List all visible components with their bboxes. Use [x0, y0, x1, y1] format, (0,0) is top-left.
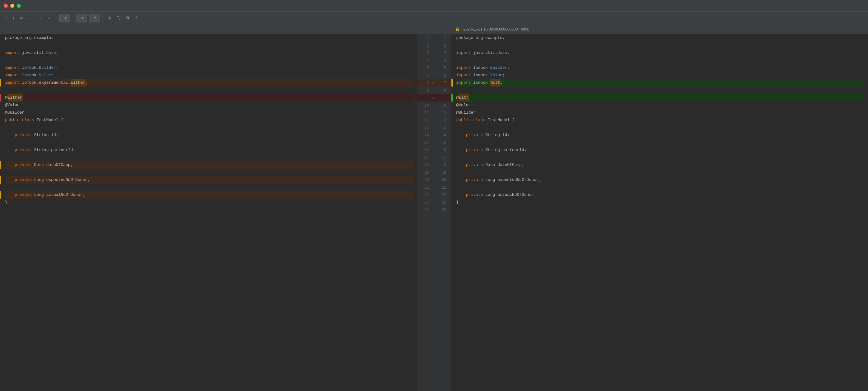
highlight-dropdown[interactable]: ▼: [89, 14, 99, 22]
toolbar: ↑ ↓ ⌀ ← → ⤶ ▼ ▼ ▼ ✕ ⇅ ⚙ ?: [0, 12, 868, 24]
middle-gutter-line: 55: [417, 64, 452, 72]
left-line: private String id;: [5, 131, 413, 139]
right-panel-timestamp: 2023-11-21 16:09:00.000000000 +0000: [464, 27, 529, 31]
middle-gutter-line: 2424: [417, 206, 452, 214]
right-line: public class TestModel {: [456, 116, 865, 124]
left-line: private Long actualNoOfDonor;: [5, 191, 413, 199]
left-line: [5, 184, 413, 191]
middle-gutter-line: 1616: [417, 146, 452, 154]
sync-button[interactable]: ⇅: [115, 15, 122, 21]
next-diff-button[interactable]: ↓: [11, 15, 17, 21]
left-line: [5, 139, 413, 146]
left-line: private Date dateOfCamp;: [5, 161, 413, 169]
left-line: [5, 124, 413, 131]
right-line: private Date dateOfCamp;: [456, 161, 865, 169]
middle-gutter-line: 2020: [417, 176, 452, 184]
viewer-dropdown[interactable]: ▼: [59, 14, 70, 22]
right-line: @With: [456, 94, 865, 102]
right-panel-header: 🔒 2023-11-21 16:09:00.000000000 +0000: [452, 24, 868, 34]
left-line: import lombok.experimental.Wither;: [5, 79, 413, 87]
middle-gutter: 1122334455667«788«1010111112121313141415…: [417, 24, 452, 391]
right-line: [456, 169, 865, 176]
right-line: [456, 87, 865, 94]
middle-gutter-line: 22: [417, 42, 452, 49]
middle-gutter-line: 7«7: [417, 79, 452, 87]
right-line: @Value: [456, 102, 865, 109]
right-line: private Long expectedNoOfDonor;: [456, 176, 865, 184]
left-panel: package org.example; import java.util.Da…: [0, 24, 417, 391]
viewer-arrow: ▼: [64, 16, 67, 20]
right-line: private Long actualNoOfDonor;: [456, 191, 865, 199]
left-line: import lombok.Builder;: [5, 64, 413, 72]
middle-gutter-line: 1313: [417, 124, 452, 131]
separator-1: [56, 14, 56, 22]
right-line: import lombok.Value;: [456, 72, 865, 79]
forward-button[interactable]: →: [36, 15, 44, 21]
left-line: import java.util.Date;: [5, 49, 413, 57]
middle-gutter-line: 88: [417, 87, 452, 94]
link-button[interactable]: ⌀: [18, 15, 25, 21]
middle-gutter-line: 1414: [417, 131, 452, 139]
right-line: [456, 42, 865, 49]
left-code-area[interactable]: package org.example; import java.util.Da…: [0, 34, 417, 391]
right-line: @Builder: [456, 109, 865, 116]
middle-gutter-line: 1515: [417, 139, 452, 146]
right-line: [456, 206, 865, 214]
right-line: [456, 139, 865, 146]
right-line: import java.util.Date;: [456, 49, 865, 57]
right-line: [456, 184, 865, 191]
middle-gutter-header: [417, 24, 452, 34]
settings-button[interactable]: ⚙: [124, 15, 131, 21]
highlight-arrow: ▼: [94, 16, 97, 20]
minimize-button[interactable]: [10, 4, 14, 8]
left-line: @Builder: [5, 109, 413, 116]
left-line: public class TestModel {: [5, 116, 413, 124]
left-line: [5, 87, 413, 94]
right-line: import lombok.With;: [456, 79, 865, 87]
left-line: private String partnerId;: [5, 146, 413, 154]
left-line: private Long expectedNoOfDonor;: [5, 176, 413, 184]
separator-2: [73, 14, 73, 22]
ignore-dropdown[interactable]: ▼: [76, 14, 87, 22]
middle-gutter-line: 1818: [417, 161, 452, 169]
right-code-area[interactable]: package org.example; import java.util.Da…: [452, 34, 868, 391]
left-line: [5, 169, 413, 176]
middle-gutter-line: 1212: [417, 116, 452, 124]
wrap-button[interactable]: ⤶: [46, 15, 53, 21]
middle-gutter-line: 1919: [417, 169, 452, 176]
middle-gutter-line: 44: [417, 57, 452, 64]
right-line: private String id;: [456, 131, 865, 139]
middle-gutter-line: 11: [417, 34, 452, 42]
left-line: @Value: [5, 102, 413, 109]
prev-diff-button[interactable]: ↑: [3, 15, 9, 21]
left-line: [5, 154, 413, 161]
right-line: import lombok.Builder;: [456, 64, 865, 72]
right-line: package org.example;: [456, 34, 865, 42]
diff-container: package org.example; import java.util.Da…: [0, 24, 868, 391]
left-line: import lombok.Value;: [5, 72, 413, 79]
right-line: private String partnerId;: [456, 146, 865, 154]
ignore-arrow: ▼: [81, 16, 84, 20]
lock-icon: 🔒: [455, 27, 460, 31]
left-line: [5, 206, 413, 214]
close-button[interactable]: [4, 4, 8, 8]
left-panel-header: [0, 24, 417, 34]
maximize-button[interactable]: [17, 4, 21, 8]
middle-gutter-line: 1717: [417, 154, 452, 161]
left-line: }: [5, 199, 413, 206]
middle-gutter-line: 1010: [417, 102, 452, 109]
left-line: @Wither: [5, 94, 413, 102]
right-line: [456, 154, 865, 161]
help-button[interactable]: ?: [133, 15, 139, 21]
right-panel: 🔒 2023-11-21 16:09:00.000000000 +0000 pa…: [452, 24, 868, 391]
middle-gutter-line: 66: [417, 72, 452, 79]
right-line: }: [456, 199, 865, 206]
left-line: [5, 42, 413, 49]
middle-gutter-line: 1111: [417, 109, 452, 116]
left-line: [5, 57, 413, 64]
middle-gutter-line: 33: [417, 49, 452, 57]
close-diff-button[interactable]: ✕: [106, 15, 113, 21]
middle-gutter-line: 2222: [417, 191, 452, 199]
back-button[interactable]: ←: [26, 15, 34, 21]
left-line: package org.example;: [5, 34, 413, 42]
